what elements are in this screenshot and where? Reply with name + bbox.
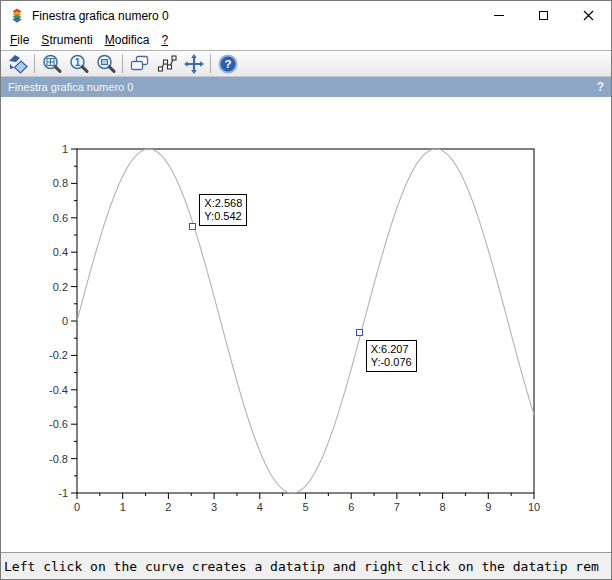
datatip-y-value: Y:-0.076 — [371, 356, 412, 369]
y-tick-label: 1 — [62, 143, 68, 155]
svg-text:1: 1 — [74, 56, 80, 67]
y-tick-label: 0 — [62, 315, 68, 327]
status-text: Left click on the curve creates a datati… — [4, 559, 599, 574]
x-tick-label: 7 — [394, 501, 400, 513]
menu-help[interactable]: ? — [155, 31, 174, 49]
toolbar-separator — [122, 54, 123, 73]
y-tick-label: -1 — [58, 487, 68, 499]
pan-icon — [183, 53, 205, 75]
datatips-button[interactable] — [126, 52, 153, 76]
toolbar-separator — [34, 54, 35, 73]
x-tick-label: 2 — [165, 501, 171, 513]
x-tick-label: 4 — [257, 501, 263, 513]
y-tick-label: -0.4 — [49, 384, 68, 396]
datatip-marker[interactable] — [189, 223, 196, 230]
pan-button[interactable] — [180, 52, 207, 76]
toolbar-separator — [210, 54, 211, 73]
zoom-area-icon — [41, 53, 63, 75]
y-tick-label: 0.6 — [53, 212, 68, 224]
close-button[interactable] — [566, 1, 611, 30]
menu-file[interactable]: File — [4, 31, 35, 49]
infobar-help-icon[interactable]: ? — [597, 80, 604, 94]
help-button[interactable]: ? — [214, 52, 241, 76]
rotate-icon — [7, 53, 29, 75]
x-tick-label: 8 — [440, 501, 446, 513]
datatip-y-value: Y:0.542 — [204, 210, 242, 223]
menu-strumenti[interactable]: Strumenti — [35, 31, 98, 49]
zoom-original-button[interactable]: 1 — [65, 52, 92, 76]
edit-graph-button[interactable] — [153, 52, 180, 76]
maximize-button[interactable] — [521, 1, 566, 30]
minimize-icon — [494, 15, 504, 16]
menu-modifica[interactable]: Modifica — [99, 31, 156, 49]
scilab-logo-icon — [9, 8, 25, 24]
sine-curve[interactable] — [77, 149, 534, 493]
y-tick-label: 0.4 — [53, 246, 68, 258]
datatip-x-value: X:2.568 — [204, 197, 242, 210]
plot-box — [77, 149, 534, 493]
datatip-marker[interactable] — [356, 329, 363, 336]
x-tick-label: 1 — [120, 501, 126, 513]
y-tick-label: -0.8 — [49, 453, 68, 465]
datatip-box[interactable]: X:6.207Y:-0.076 — [366, 340, 417, 372]
toolbar: 1 — [1, 50, 611, 77]
menu-bar: File Strumenti Modifica ? — [1, 30, 611, 50]
maximize-icon — [539, 11, 548, 20]
scilab-graphics-window: Finestra grafica numero 0 File Strumenti… — [0, 0, 612, 580]
svg-text:?: ? — [224, 58, 231, 70]
rotate-button[interactable] — [4, 52, 31, 76]
plot-svg: 012345678910-1-0.8-0.6-0.4-0.200.20.40.6… — [1, 97, 612, 552]
x-tick-label: 6 — [348, 501, 354, 513]
zoom-out-button[interactable] — [92, 52, 119, 76]
y-tick-label: -0.6 — [49, 418, 68, 430]
title-bar: Finestra grafica numero 0 — [1, 1, 611, 30]
x-tick-label: 3 — [211, 501, 217, 513]
datatip-box[interactable]: X:2.568Y:0.542 — [199, 194, 247, 226]
plot-canvas[interactable]: 012345678910-1-0.8-0.6-0.4-0.200.20.40.6… — [1, 97, 611, 552]
status-bar: Left click on the curve creates a datati… — [1, 552, 611, 579]
x-tick-label: 9 — [485, 501, 491, 513]
zoom-area-button[interactable] — [38, 52, 65, 76]
datatips-icon — [129, 53, 151, 75]
y-tick-label: 0.2 — [53, 281, 68, 293]
y-tick-label: -0.2 — [49, 349, 68, 361]
help-icon: ? — [217, 53, 239, 75]
close-icon — [583, 10, 594, 21]
edit-graph-icon — [156, 53, 178, 75]
window-title: Finestra grafica numero 0 — [32, 9, 476, 23]
minimize-button[interactable] — [476, 1, 521, 30]
x-tick-label: 5 — [302, 501, 308, 513]
zoom-out-icon — [95, 53, 117, 75]
y-tick-label: 0.8 — [53, 177, 68, 189]
x-tick-label: 0 — [74, 501, 80, 513]
zoom-original-icon: 1 — [68, 53, 90, 75]
datatip-x-value: X:6.207 — [371, 343, 412, 356]
figure-info-bar: Finestra grafica numero 0 ? — [1, 77, 611, 97]
x-tick-label: 10 — [528, 501, 540, 513]
figure-info-title: Finestra grafica numero 0 — [8, 81, 133, 93]
